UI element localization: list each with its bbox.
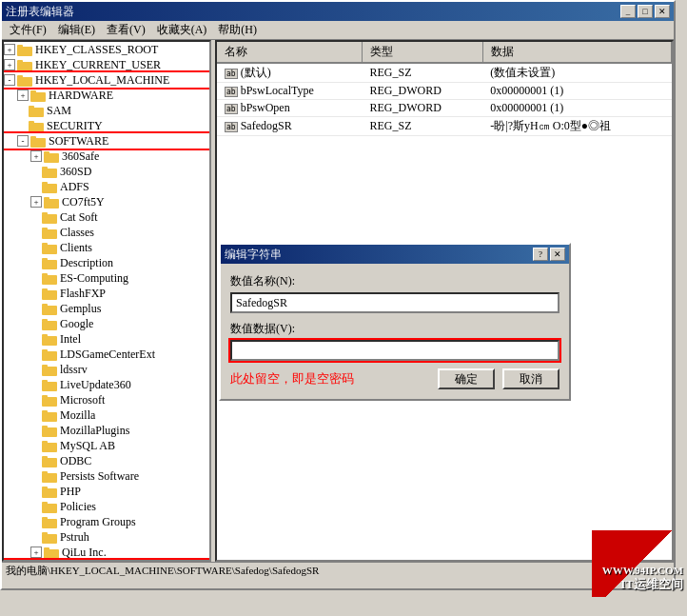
tree-toggle-CO7ft5Y[interactable]: + (30, 196, 42, 208)
svg-rect-8 (29, 108, 44, 117)
svg-rect-42 (42, 367, 57, 376)
tree-item-Pstruh[interactable]: Pstruh (4, 529, 209, 545)
tree-item-360SD[interactable]: 360SD (4, 164, 209, 179)
tree-item-HKEY_CURRENT_USER[interactable]: +HKEY_CURRENT_USER (4, 57, 209, 72)
folder-icon-ADFS (42, 180, 60, 194)
table-row[interactable]: abbPswOpenREG_DWORD0x00000001 (1) (217, 100, 672, 117)
svg-rect-32 (42, 290, 57, 300)
tree-item-HARDWARE[interactable]: +HARDWARE (4, 88, 209, 103)
reg-data: 0x00000001 (1) (482, 83, 671, 100)
tree-item-CatSoft[interactable]: Cat Soft (4, 209, 209, 225)
tree-item-SAM[interactable]: SAM (4, 103, 209, 118)
maximize-button[interactable]: □ (638, 5, 653, 18)
tree-item-Mozilla[interactable]: Mozilla (4, 407, 209, 423)
table-row[interactable]: abSafedogSRREG_SZ-盼|?斯yH㎝ O:0型●◎祖 (217, 117, 672, 136)
close-button[interactable]: ✕ (655, 5, 670, 18)
svg-rect-63 (42, 517, 48, 520)
svg-rect-61 (42, 502, 48, 505)
tree-toggle-HKEY_CLASSES_ROOT[interactable]: + (4, 44, 15, 55)
tree-item-ProgramGroups[interactable]: Program Groups (4, 514, 209, 529)
svg-rect-39 (42, 334, 48, 337)
reg-name: abbPswOpen (217, 100, 363, 117)
tree-item-SOFTWARE[interactable]: -SOFTWARE (4, 133, 209, 149)
tree-item-Safedog[interactable]: -Safedog (4, 560, 209, 562)
tree-item-HKEY_CLASSES_ROOT[interactable]: +HKEY_CLASSES_ROOT (4, 42, 209, 57)
tree-item-MySQLAB[interactable]: MySQL AB (4, 438, 209, 453)
ok-button[interactable]: 确定 (438, 368, 495, 389)
tree-item-ODBC[interactable]: ODBC (4, 453, 209, 468)
tree-item-Classes[interactable]: Classes (4, 225, 209, 240)
tree-toggle-HKEY_CURRENT_USER[interactable]: + (4, 59, 15, 70)
svg-rect-66 (44, 549, 59, 559)
tree-label-360Safe: 360Safe (62, 149, 99, 164)
tree-item-Google[interactable]: Google (4, 316, 209, 331)
tree-item-Policies[interactable]: Policies (4, 499, 209, 514)
menu-edit[interactable]: 编辑(E) (52, 20, 101, 40)
tree-item-QiluInc[interactable]: +QiLu Inc. (4, 545, 209, 560)
folder-icon-Clients (42, 241, 60, 255)
folder-icon-Pstruh (42, 530, 60, 545)
tree-label-Policies: Policies (60, 500, 96, 514)
folder-icon-PHP (42, 485, 60, 499)
tree-item-LDSGameCenterExt[interactable]: LDSGameCenterExt (4, 347, 209, 362)
tree-item-ldssrv[interactable]: ldssrv (4, 362, 209, 377)
svg-rect-64 (42, 534, 57, 544)
tree-toggle-SOFTWARE[interactable]: - (17, 135, 29, 147)
tree-item-360Safe[interactable]: +360Safe (4, 149, 209, 164)
svg-rect-35 (42, 304, 48, 307)
tree-label-Safedog: Safedog (62, 561, 99, 563)
tree-item-SECURITY[interactable]: SECURITY (4, 118, 209, 133)
menu-favorites[interactable]: 收藏夹(A) (151, 20, 213, 40)
cancel-button[interactable]: 取消 (502, 368, 559, 389)
svg-rect-29 (42, 258, 48, 261)
tree-item-CO7ft5Y[interactable]: +CO7ft5Y (4, 194, 209, 209)
tree-item-Intel[interactable]: Intel (4, 331, 209, 347)
svg-rect-50 (42, 427, 57, 437)
tree-item-FlashFXP[interactable]: FlashFXP (4, 286, 209, 301)
folder-icon-Intel (42, 332, 60, 347)
tree-toggle-HKEY_LOCAL_MACHINE[interactable]: - (4, 74, 15, 86)
tree-item-MozillaPlugins[interactable]: MozillaPlugins (4, 423, 209, 438)
field-name-input[interactable] (230, 292, 559, 313)
tree-label-ODBC: ODBC (60, 454, 91, 468)
tree-toggle-QiluInc[interactable]: + (30, 546, 42, 558)
svg-rect-18 (42, 184, 57, 193)
tree-item-Clients[interactable]: Clients (4, 240, 209, 255)
menu-file[interactable]: 文件(F) (4, 20, 52, 40)
reg-type: REG_SZ (363, 117, 483, 136)
menu-view[interactable]: 查看(V) (101, 20, 151, 40)
title-bar-buttons: _ □ ✕ (620, 5, 670, 18)
tree-label-SAM: SAM (47, 104, 71, 118)
table-row[interactable]: abbPswLocalTypeREG_DWORD0x00000001 (1) (217, 83, 672, 100)
status-bar: 我的电脑\HKEY_LOCAL_MACHINE\SOFTWARE\Safedog… (2, 562, 674, 579)
tree-toggle-360Safe[interactable]: + (30, 150, 42, 162)
menu-help[interactable]: 帮助(H) (212, 20, 263, 40)
svg-rect-48 (42, 412, 57, 422)
status-text: 我的电脑\HKEY_LOCAL_MACHINE\SOFTWARE\Safedog… (6, 564, 319, 578)
svg-rect-41 (42, 349, 48, 352)
tree-item-PersistsSoftware[interactable]: Persists Software (4, 468, 209, 484)
dialog-hint: 此处留空，即是空密码 (230, 370, 430, 387)
table-row[interactable]: ab(默认)REG_SZ(数值未设置) (217, 63, 672, 83)
tree-item-Description[interactable]: Description (4, 255, 209, 270)
tree-label-Google: Google (60, 317, 93, 331)
dialog-help-button[interactable]: ? (533, 248, 548, 261)
tree-item-HKEY_LOCAL_MACHINE[interactable]: -HKEY_LOCAL_MACHINE (4, 72, 209, 88)
minimize-button[interactable]: _ (620, 5, 636, 18)
tree-item-ES-Computing[interactable]: ES-Computing (4, 270, 209, 286)
tree-item-Microsoft[interactable]: Microsoft (4, 392, 209, 407)
tree-label-FlashFXP: FlashFXP (60, 287, 106, 301)
tree-item-ADFS[interactable]: ADFS (4, 179, 209, 194)
tree-toggle-HARDWARE[interactable]: + (17, 89, 29, 101)
folder-icon-MySQLAB (42, 439, 60, 453)
tree-item-PHP[interactable]: PHP (4, 484, 209, 499)
tree-item-LiveUpdate360[interactable]: LiveUpdate360 (4, 377, 209, 392)
svg-rect-28 (42, 260, 57, 269)
folder-icon-Gemplus (42, 302, 60, 316)
field-data-input[interactable] (230, 340, 559, 361)
tree-panel[interactable]: +HKEY_CLASSES_ROOT+HKEY_CURRENT_USER-HKE… (2, 40, 211, 562)
svg-rect-12 (30, 138, 46, 148)
dialog-close-button[interactable]: ✕ (550, 248, 565, 261)
tree-item-Gemplus[interactable]: Gemplus (4, 301, 209, 316)
tree-label-ADFS: ADFS (60, 180, 89, 194)
